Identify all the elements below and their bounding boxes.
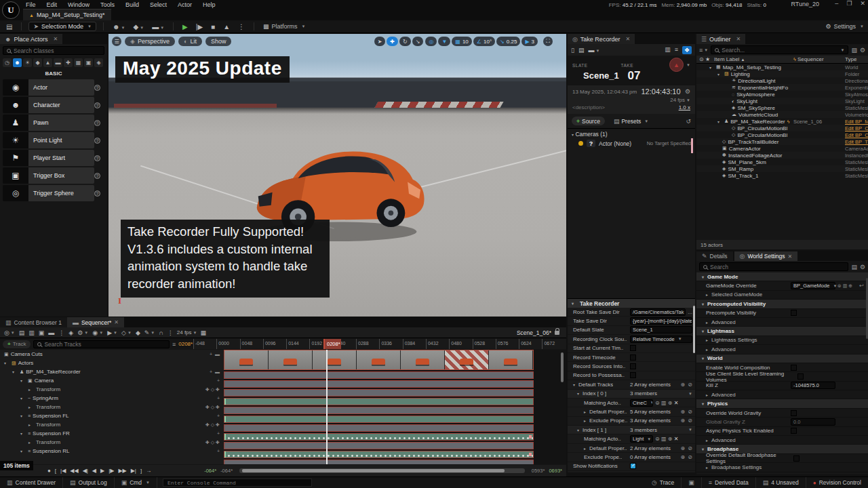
place-actors-search[interactable]	[3, 46, 104, 55]
timeline-ruler[interactable]: -048000000480096014401920240028803360384…	[193, 339, 566, 349]
selection-mode-dropdown[interactable]: ➤ Selection Mode▼	[28, 22, 96, 31]
timeline-track-section[interactable]	[224, 442, 534, 449]
output-log-button[interactable]: ▤Output Log	[63, 477, 115, 488]
place-actor-item[interactable]: ◎ Trigger Sphere ?	[3, 185, 104, 201]
screenshot-button[interactable]: ▣	[682, 477, 702, 488]
timeline-track-section[interactable]	[224, 433, 534, 441]
track-row[interactable]: ▸ Transform ✚ ◇ ✚	[0, 420, 224, 429]
setting-row[interactable]: Matching Acto.. Light Light▼ Light▼ ⊜ ▥ …	[568, 434, 695, 443]
grid-snap[interactable]: ▦10	[452, 37, 471, 46]
item-label-column[interactable]: Item Label ▲	[714, 56, 793, 62]
outliner-row[interactable]: ☀DirectionalLight DirectionalL	[696, 77, 868, 84]
world-setting-row[interactable]: ▸ Advanced ▼ ⊜ ▥ ⊕ ↩	[696, 318, 868, 327]
setting-row[interactable]: Root Take Save Dir /Game/Cinematics/Tak …	[568, 308, 695, 317]
timeline-track-section[interactable]	[224, 371, 534, 379]
minimize-button[interactable]: –	[835, 0, 838, 7]
level-tab[interactable]: ▲ Map_M4_Setup_Testing*	[23, 9, 111, 20]
record-dropdown-icon[interactable]: ▼	[686, 63, 690, 67]
take-number[interactable]: 07	[628, 69, 670, 83]
trace-button[interactable]: ◷Trace	[645, 477, 682, 488]
setting-row[interactable]: Record Timecode ▼ ▼ ⊜ ▥ ⊕ ✕ ⊕⊘ ▼	[568, 353, 695, 362]
outliner-row[interactable]: ◌SkyAtmosphere SkyAtmosp	[696, 91, 868, 98]
outliner-row[interactable]: ◈SM_Ramp StaticMesh	[696, 165, 868, 172]
timeline-track-section[interactable]	[224, 380, 534, 388]
track-row[interactable]: ▾ ≡ Suspension RL +	[0, 447, 224, 455]
setting-row[interactable]: ▸ Exclude Prope.. 3 Array elements 3 Arr…	[568, 417, 695, 426]
camera-speed[interactable]: ▶3	[521, 37, 538, 46]
working-range-start[interactable]: -064*	[220, 468, 233, 474]
outliner-settings-icon[interactable]: ⚙	[860, 47, 865, 54]
fps-dropdown[interactable]: 24 fps▼	[177, 329, 197, 336]
lit-dropdown[interactable]: ◐Lit	[178, 37, 202, 46]
place-actor-item[interactable]: ⚑ Player Start ?	[3, 150, 104, 166]
visual-effects-icon[interactable]: ✚	[64, 58, 73, 67]
auto-key-icon[interactable]: ◆▼	[136, 329, 140, 336]
setting-row[interactable]: ▾ Index [ 0 ] 3 members 3 members▼ 3 mem…	[568, 390, 695, 399]
help-icon[interactable]: ?	[94, 102, 100, 108]
fps-dropdown[interactable]: 24 fps▼	[670, 97, 690, 103]
menu-item[interactable]: Tools	[96, 1, 119, 8]
record-button[interactable]: ▲	[669, 58, 684, 72]
menu-item[interactable]: Actor	[174, 1, 196, 8]
help-icon[interactable]: ?	[94, 155, 100, 161]
world-setting-row[interactable]: Override Default Broadphase Settings ▼ ⊜…	[696, 454, 868, 463]
save-icon[interactable]: ▤	[4, 23, 14, 30]
cinematics-icon[interactable]: ▬▼	[150, 23, 166, 30]
menu-item[interactable]: File	[22, 1, 40, 8]
playhead-line[interactable]	[326, 350, 328, 464]
perspective-dropdown[interactable]: ◈Perspective	[125, 37, 175, 46]
save-icon[interactable]: ▤▼	[19, 329, 25, 336]
timeline-scrollbar[interactable]	[239, 468, 525, 473]
outliner-row[interactable]: ◈SM_Plane_5km StaticMesh	[696, 159, 868, 165]
settings-header[interactable]: ▾Take Recorder	[568, 299, 695, 308]
timeline-track-section[interactable]	[224, 424, 534, 432]
close-icon[interactable]: ✕	[736, 36, 741, 42]
camera-source-row[interactable]: ? Actor (None) No Target Specified	[578, 140, 691, 147]
outliner-row[interactable]: ◈SM_Track_1 StaticMesh	[696, 172, 868, 179]
options-icon[interactable]: ≡	[675, 46, 678, 54]
world-setting-row[interactable]: ▾ Lightmass ▼ ⊜ ▥ ⊕ ↩	[696, 327, 868, 336]
menu-item[interactable]: Edit	[43, 1, 62, 8]
setting-row[interactable]: ▾ Index [ 1 ] 3 members 3 members▼ 3 mem…	[568, 426, 695, 434]
menu-item[interactable]: Build	[121, 1, 143, 8]
timeline-track-section[interactable]	[224, 451, 534, 458]
track-filter-icon[interactable]: ≡	[172, 341, 176, 348]
setting-row[interactable]: Record to Possessa.. ▼ ▼ ⊜ ▥ ⊕ ✕ ⊕⊘ ▼	[568, 371, 695, 380]
review-takes-icon[interactable]: ▤▼	[578, 47, 585, 54]
record-options-icon[interactable]: ❖	[682, 46, 692, 54]
basic-icon[interactable]: ☻	[13, 58, 22, 67]
world-setting-row[interactable]: Use Client Side Level Streaming Volumes …	[696, 372, 868, 381]
scrollbar[interactable]	[561, 352, 564, 382]
help-icon[interactable]: ?	[94, 173, 100, 179]
render-icon[interactable]: ◈▼	[68, 329, 73, 336]
camera-icon[interactable]: ▣▼	[39, 329, 45, 336]
select-tool[interactable]: ➤	[374, 37, 386, 46]
help-icon[interactable]: ?	[94, 85, 100, 91]
take-recorder-tab[interactable]: ◎ Take Recorder ✕	[568, 34, 635, 44]
world-setting-row[interactable]: ▸ Advanced ▼ ⊜ ▥ ⊕ ↩	[696, 436, 868, 445]
surface-snap-toggle[interactable]: ▼	[438, 37, 450, 46]
frame-skip-button[interactable]: |▶	[194, 23, 205, 30]
outliner-row[interactable]: ≋ExponentialHeightFo Exponential	[696, 84, 868, 91]
display-filter-icon[interactable]: ▤	[851, 264, 857, 270]
outliner-row[interactable]: ◇BP_TrackTrailBuilder Edit BP_Tra	[696, 138, 868, 145]
search-tracks-input[interactable]	[44, 341, 165, 348]
shapes-icon[interactable]: ◆	[33, 58, 42, 67]
browse-icon[interactable]: ▥▼	[28, 329, 35, 336]
menu-item[interactable]: Help	[199, 1, 220, 8]
timeline-track-section[interactable]	[224, 407, 534, 414]
setting-row[interactable]: ▸ Default Proper.. 5 Array elements 5 Ar…	[568, 407, 695, 416]
setting-row[interactable]: Take Save Dir {year}-{month}-{day}/{slat…	[568, 317, 695, 325]
track-row[interactable]: ▸ Transform ✚ ◇ ✚	[0, 385, 224, 394]
help-icon[interactable]: ?	[94, 120, 100, 126]
world-setting-row[interactable]: Async Physics Tick Enabled ▼ ⊜ ▥ ⊕ ↩	[696, 427, 868, 436]
setting-row[interactable]: Default Slate Scene_1 Scene_1▼ Scene_1▼ …	[568, 326, 695, 335]
setting-row[interactable]: Show Notifications ▼ ▼ ⊜ ▥ ⊕ ✕ ⊕⊘ ▼	[568, 462, 695, 471]
place-actors-tab[interactable]: ☻ Place Actors ✕	[0, 34, 62, 44]
place-actor-item[interactable]: ☀ Point Light ?	[3, 132, 104, 148]
view-options-icon[interactable]: ◉▼	[92, 329, 103, 336]
outliner-row[interactable]: ◐SkyLight SkyLight	[696, 98, 868, 104]
thumbnail-toggle-icon[interactable]: ▦	[201, 329, 207, 336]
unreal-logo-icon[interactable]: U	[2, 1, 20, 19]
track-row[interactable]: ▸ Transform ✚ ◇ ✚	[0, 438, 224, 447]
